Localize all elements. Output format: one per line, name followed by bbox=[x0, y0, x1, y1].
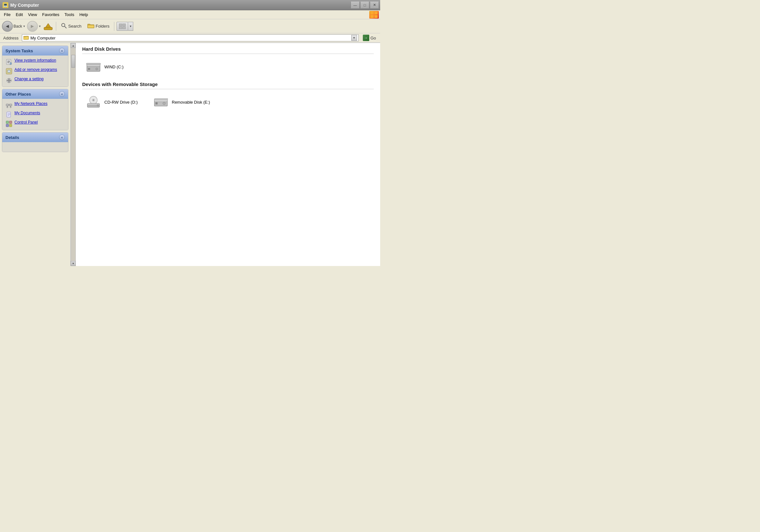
svg-point-23 bbox=[8, 80, 10, 81]
toolbar-separator-1 bbox=[56, 22, 56, 31]
svg-rect-4 bbox=[44, 27, 52, 30]
folders-label: Folders bbox=[96, 24, 110, 28]
back-label[interactable]: Back bbox=[14, 24, 22, 28]
details-collapse[interactable]: « bbox=[59, 134, 65, 140]
close-button[interactable]: ✕ bbox=[370, 2, 379, 9]
right-panel: Hard Disk Drives WIND (C:) Devices with … bbox=[76, 43, 380, 266]
svg-rect-0 bbox=[370, 12, 374, 15]
svg-rect-35 bbox=[6, 121, 9, 123]
details-header[interactable]: Details « bbox=[2, 133, 68, 142]
change-setting-label: Change a setting bbox=[15, 77, 44, 82]
scroll-up-button[interactable]: ▲ bbox=[71, 43, 76, 48]
drive-e[interactable]: Removable Disk (E:) bbox=[150, 94, 214, 111]
svg-point-5 bbox=[62, 23, 65, 26]
svg-rect-52 bbox=[155, 102, 158, 105]
svg-point-42 bbox=[96, 68, 98, 70]
network-places-icon bbox=[5, 102, 13, 109]
view-mode-button[interactable] bbox=[117, 22, 128, 31]
title-bar-left: 💻 My Computer bbox=[3, 2, 39, 8]
forward-button[interactable]: ► bbox=[27, 21, 38, 32]
main-content: System Tasks « View system informati bbox=[0, 43, 380, 266]
view-system-info-label: View system information bbox=[15, 58, 56, 63]
svg-point-28 bbox=[10, 107, 11, 108]
drive-c-icon bbox=[86, 61, 101, 73]
hard-disk-section-header: Hard Disk Drives bbox=[82, 46, 374, 54]
svg-rect-24 bbox=[6, 104, 9, 106]
toolbar: ◄ Back ▼ ► ▼ Search bbox=[0, 19, 380, 33]
view-mode-dropdown[interactable]: ▼ bbox=[128, 22, 133, 31]
drive-c[interactable]: WIND (C:) bbox=[82, 59, 146, 75]
address-input-wrap[interactable]: ▼ bbox=[22, 34, 358, 41]
go-button[interactable]: → Go bbox=[360, 34, 379, 42]
other-places-collapse[interactable]: « bbox=[59, 91, 65, 97]
folders-icon bbox=[87, 23, 94, 29]
other-places-panel: Other Places « bbox=[2, 89, 69, 130]
scroll-thumb[interactable] bbox=[71, 55, 75, 68]
address-dropdown-button[interactable]: ▼ bbox=[351, 35, 357, 41]
details-panel: Details « bbox=[2, 132, 69, 152]
search-button[interactable]: Search bbox=[59, 21, 84, 31]
menu-help[interactable]: Help bbox=[77, 11, 91, 18]
svg-rect-43 bbox=[86, 63, 101, 65]
my-documents-link[interactable]: My Documents bbox=[5, 111, 65, 118]
drive-c-label: WIND (C:) bbox=[104, 65, 123, 69]
svg-rect-9 bbox=[123, 24, 125, 26]
network-places-label: My Network Places bbox=[15, 101, 48, 107]
control-panel-link[interactable]: Control Panel bbox=[5, 120, 65, 127]
my-documents-icon bbox=[5, 111, 13, 118]
other-places-body: My Network Places My Documents bbox=[2, 99, 68, 130]
drive-e-label: Removable Disk (E:) bbox=[172, 100, 210, 105]
minimize-button[interactable]: — bbox=[351, 2, 359, 9]
go-arrow-icon: → bbox=[363, 35, 369, 41]
up-folder-button[interactable] bbox=[43, 21, 54, 32]
maximize-button[interactable]: □ bbox=[360, 2, 369, 9]
other-places-header[interactable]: Other Places « bbox=[2, 89, 68, 99]
scroll-down-button[interactable]: ▼ bbox=[71, 261, 76, 266]
folders-button[interactable]: Folders bbox=[85, 21, 112, 31]
window-title: My Computer bbox=[10, 3, 39, 8]
svg-rect-2 bbox=[370, 15, 374, 18]
menu-edit[interactable]: Edit bbox=[13, 11, 25, 18]
other-places-title: Other Places bbox=[5, 92, 31, 97]
view-mode-icon bbox=[119, 23, 126, 29]
forward-dropdown-icon[interactable]: ▼ bbox=[38, 25, 41, 28]
change-setting-link[interactable]: Change a setting bbox=[5, 77, 65, 84]
go-label: Go bbox=[370, 36, 376, 40]
removable-drives: CD-RW Drive (D:) Removable Disk (E:) bbox=[82, 94, 374, 111]
my-network-places-link[interactable]: My Network Places bbox=[5, 101, 65, 109]
menu-view[interactable]: View bbox=[25, 11, 39, 18]
menu-tools[interactable]: Tools bbox=[62, 11, 77, 18]
address-label: Address bbox=[1, 36, 21, 40]
address-input[interactable] bbox=[30, 36, 350, 40]
back-button[interactable]: ◄ bbox=[2, 21, 13, 32]
control-panel-label: Control Panel bbox=[15, 120, 38, 125]
add-remove-programs-link[interactable]: Add or remove programs bbox=[5, 67, 65, 75]
svg-rect-37 bbox=[6, 124, 9, 127]
svg-rect-3 bbox=[374, 15, 378, 18]
back-nav[interactable]: ◄ Back ▼ bbox=[2, 21, 26, 32]
view-system-info-link[interactable]: View system information bbox=[5, 58, 65, 66]
back-arrow-icon: ◄ bbox=[5, 23, 10, 29]
change-setting-icon bbox=[5, 77, 13, 84]
drive-d[interactable]: CD-RW Drive (D:) bbox=[82, 94, 146, 111]
svg-point-27 bbox=[7, 107, 8, 108]
view-system-info-icon bbox=[5, 59, 13, 66]
details-body bbox=[2, 142, 68, 152]
removable-section-header: Devices with Removable Storage bbox=[82, 81, 374, 89]
svg-point-49 bbox=[97, 105, 99, 106]
scroll-track[interactable] bbox=[71, 48, 75, 261]
forward-nav[interactable]: ► ▼ bbox=[27, 21, 41, 32]
svg-rect-10 bbox=[119, 26, 122, 29]
back-dropdown-icon[interactable]: ▼ bbox=[23, 25, 26, 28]
toolbar-separator-2 bbox=[114, 22, 114, 31]
system-tasks-collapse[interactable]: « bbox=[59, 48, 65, 54]
menu-file[interactable]: File bbox=[1, 11, 13, 18]
svg-rect-1 bbox=[374, 12, 378, 15]
system-tasks-header[interactable]: System Tasks « bbox=[2, 46, 68, 56]
svg-point-46 bbox=[93, 100, 94, 101]
vertical-scrollbar[interactable]: ▲ ▼ bbox=[71, 43, 76, 266]
view-toggle[interactable]: ▼ bbox=[117, 22, 133, 31]
svg-rect-11 bbox=[123, 26, 125, 29]
menu-favorites[interactable]: Favorites bbox=[39, 11, 62, 18]
address-bar: Address ▼ → Go bbox=[0, 33, 380, 43]
